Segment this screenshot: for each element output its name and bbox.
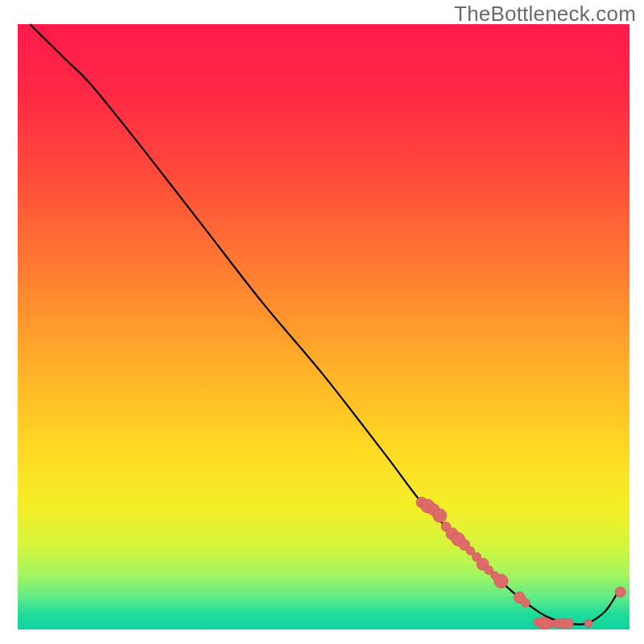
chart-container: TheBottleneck.com — [0, 0, 644, 644]
data-point-marker — [584, 619, 592, 627]
data-point-marker — [433, 509, 447, 522]
data-point-marker — [494, 574, 508, 588]
data-point-marker — [521, 598, 530, 607]
bottleneck-chart — [0, 0, 644, 644]
data-point-marker — [615, 587, 625, 597]
data-point-marker — [564, 618, 573, 628]
plot-background — [18, 24, 630, 630]
